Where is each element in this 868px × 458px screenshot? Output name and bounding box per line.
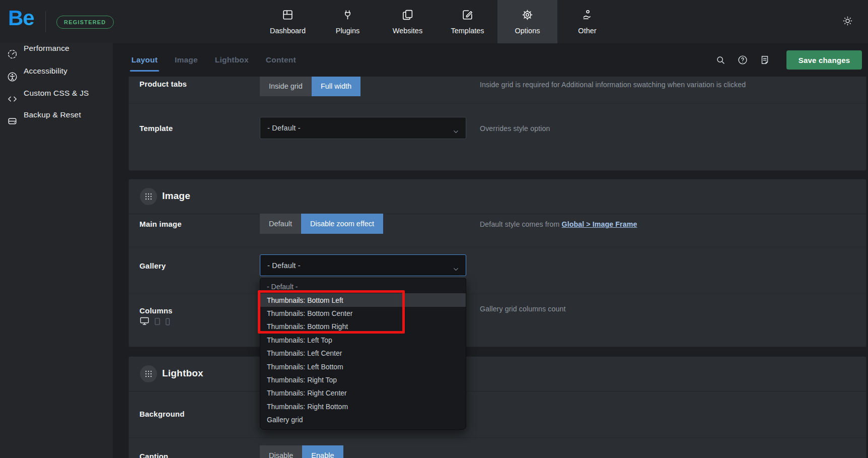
support-hand-icon	[581, 9, 594, 23]
dropdown-option[interactable]: Thumbnails: Right Top	[260, 373, 466, 386]
registered-badge: REGISTERED	[56, 16, 114, 29]
dropdown-option[interactable]: Thumbnails: Left Top	[260, 334, 466, 347]
product-tabs-description: Inside grid is required for Additional i…	[480, 81, 746, 89]
columns-description: Gallery grid columns count	[480, 305, 566, 313]
changelog-icon[interactable]	[759, 54, 770, 66]
nav-label: Plugins	[336, 27, 360, 35]
global-image-frame-link[interactable]: Global > Image Frame	[562, 220, 637, 228]
dropdown-option[interactable]: Thumbnails: Bottom Center	[260, 307, 466, 320]
image-panel: Image Main image Default Disable zoom ef…	[129, 179, 866, 347]
caption-toggle: Disable Enable	[260, 445, 343, 458]
nav-label: Other	[578, 27, 596, 35]
dashboard-icon	[281, 9, 294, 23]
template-label: Template	[139, 124, 173, 133]
gallery-label: Gallery	[139, 261, 166, 270]
template-description: Overrides style option	[480, 124, 550, 133]
caption-label: Caption	[139, 452, 168, 458]
tab-lightbox[interactable]: Lightbox	[215, 55, 249, 64]
nav-label: Dashboard	[270, 27, 306, 35]
gear-icon	[521, 9, 534, 23]
drag-handle-icon[interactable]	[140, 188, 157, 205]
lightbox-section-header: Lightbox	[129, 357, 866, 391]
product-tabs-option-inside-grid[interactable]: Inside grid	[260, 76, 312, 96]
dropdown-option[interactable]: Thumbnails: Right Bottom	[260, 400, 466, 413]
dropdown-option[interactable]: Thumbnails: Left Center	[260, 347, 466, 360]
search-icon[interactable]	[715, 54, 726, 66]
caption-option-disable[interactable]: Disable	[260, 445, 302, 458]
section-tabs: Layout Image Lightbox Content	[131, 55, 296, 64]
topbar: Be REGISTERED Dashboard Plugins Website	[0, 0, 868, 43]
dropdown-option[interactable]: Thumbnails: Right Center	[260, 386, 466, 400]
main-image-description-text: Default style comes from	[480, 220, 562, 228]
dropdown-option[interactable]: - Default -	[260, 280, 466, 293]
sun-icon	[842, 15, 853, 29]
nav-label: Templates	[451, 27, 484, 35]
dropdown-option[interactable]: Thumbnails: Left Bottom	[260, 360, 466, 373]
nav-item-websites[interactable]: Websites	[378, 0, 438, 43]
lightbox-section-title: Lightbox	[162, 368, 203, 379]
gallery-select[interactable]: - Default -	[260, 254, 466, 276]
columns-label: Columns	[139, 306, 173, 315]
sidebar-item-accessibility[interactable]: Accessibility	[0, 63, 113, 79]
template-select[interactable]: - Default -	[260, 117, 466, 139]
row-divider	[129, 103, 866, 104]
image-section-title: Image	[162, 190, 190, 202]
main-image-option-disable-zoom[interactable]: Disable zoom effect	[301, 214, 383, 234]
tab-content[interactable]: Content	[266, 55, 296, 64]
template-select-value: - Default -	[267, 124, 301, 132]
tab-image[interactable]: Image	[175, 55, 198, 64]
caption-option-enable[interactable]: Enable	[302, 445, 343, 458]
columns-device-switch	[139, 316, 170, 328]
drag-handle-icon[interactable]	[140, 365, 157, 382]
sidebar-item-label: Performance	[24, 44, 69, 53]
dropdown-option[interactable]: Thumbnails: Bottom Right	[260, 320, 466, 333]
sidebar-item-custom-css-js[interactable]: Custom CSS & JS	[0, 85, 113, 101]
desktop-icon[interactable]	[139, 316, 150, 328]
nav-item-options[interactable]: Options	[497, 0, 557, 43]
nav-item-plugins[interactable]: Plugins	[318, 0, 378, 43]
main-image-option-default[interactable]: Default	[260, 214, 301, 234]
main-image-label: Main image	[139, 220, 182, 228]
toolbar-actions: Save changes	[715, 50, 868, 70]
nav-item-dashboard[interactable]: Dashboard	[258, 0, 318, 43]
gallery-dropdown-list: - Default -Thumbnails: Bottom LeftThumbn…	[260, 278, 466, 430]
row-divider	[129, 437, 866, 438]
logo-divider	[45, 11, 46, 32]
nav-item-other[interactable]: Other	[557, 0, 617, 43]
sidebar-item-label: Accessibility	[24, 67, 67, 76]
product-tabs-toggle: Inside grid Full width	[260, 76, 360, 96]
help-icon[interactable]	[737, 54, 748, 66]
row-divider	[129, 294, 866, 294]
layout-panel: Product tabs Inside grid Full width Insi…	[129, 71, 866, 170]
nav-label: Options	[515, 27, 540, 35]
betheme-logo[interactable]: Be	[8, 6, 34, 30]
dropdown-option[interactable]: Thumbnails: Bottom Left	[260, 293, 466, 306]
background-label: Background	[139, 410, 185, 418]
main-image-toggle: Default Disable zoom effect	[260, 214, 383, 234]
lightbox-panel: Lightbox Background Caption Disable Enab…	[129, 357, 866, 458]
websites-icon	[401, 9, 414, 23]
gallery-select-value: - Default -	[267, 261, 301, 270]
tablet-icon[interactable]	[154, 317, 161, 328]
sidebar-item-backup-reset[interactable]: Backup & Reset	[0, 107, 113, 123]
settings-sidebar: Performance Accessibility Custom CSS & J…	[0, 0, 113, 458]
section-toolbar: Layout Image Lightbox Content Save chang…	[113, 43, 868, 77]
phone-icon[interactable]	[165, 318, 170, 328]
nav-item-templates[interactable]: Templates	[438, 0, 497, 43]
sidebar-item-label: Backup & Reset	[24, 110, 81, 119]
product-tabs-option-full-width[interactable]: Full width	[312, 76, 360, 96]
main-nav: Dashboard Plugins Websites Templates	[258, 0, 617, 43]
plug-icon	[341, 9, 354, 23]
betheme-options-screen: Be REGISTERED Dashboard Plugins Website	[0, 0, 868, 458]
main-image-description: Default style comes from Global > Image …	[480, 220, 637, 228]
tab-layout[interactable]: Layout	[131, 55, 158, 64]
nav-label: Websites	[393, 27, 422, 35]
row-divider	[129, 247, 866, 247]
product-tabs-label: Product tabs	[139, 80, 187, 88]
theme-toggle-button[interactable]	[840, 14, 855, 29]
save-changes-button[interactable]: Save changes	[786, 50, 862, 70]
sidebar-item-label: Custom CSS & JS	[24, 89, 89, 98]
dropdown-option[interactable]: Gallery grid	[260, 413, 466, 426]
template-edit-icon	[461, 9, 474, 23]
image-section-header: Image	[129, 179, 866, 214]
